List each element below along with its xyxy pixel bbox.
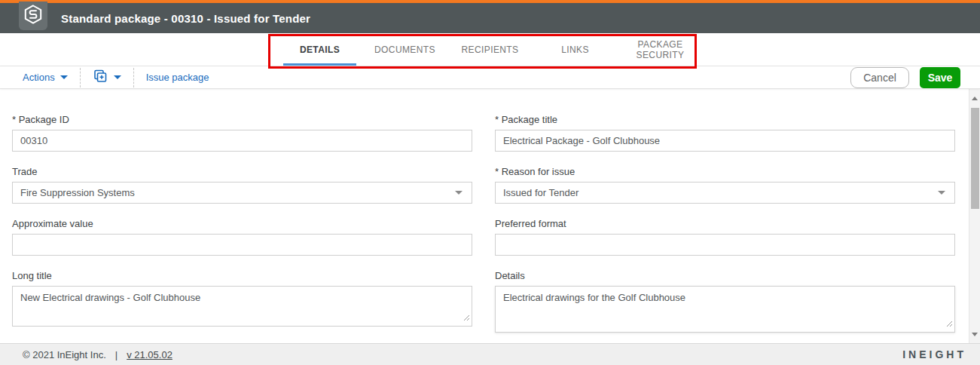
tab-package-security[interactable]: PACKAGE SECURITY [618,33,703,66]
details-form-panel: * Package ID * Package title Trade Fire … [0,89,980,343]
package-id-input[interactable] [12,130,472,152]
toolbar-left-group: Actions Issue package [23,66,209,88]
cancel-button[interactable]: Cancel [850,67,909,88]
active-tab-underline [283,63,356,66]
long-title-label: Long title [12,270,472,281]
toolbar-right-group: Cancel Save [850,67,960,88]
tab-strip: DETAILS DOCUMENTS RECIPIENTS LINKS PACKA… [277,33,703,66]
approximate-value-label: Approximate value [12,218,472,229]
trade-label: Trade [12,166,472,177]
field-preferred-format: Preferred format [495,218,955,256]
save-button[interactable]: Save [920,67,960,88]
field-package-id: * Package ID [12,114,472,152]
version-link[interactable]: v 21.05.02 [127,349,172,360]
vertical-scrollbar [969,89,980,343]
approximate-value-input[interactable] [12,234,472,256]
reason-for-issue-label: * Reason for issue [495,166,955,177]
details-label: Details [495,270,955,281]
package-title-input[interactable] [495,130,955,152]
caret-down-icon [60,75,68,79]
tab-bar: DETAILS DOCUMENTS RECIPIENTS LINKS PACKA… [0,33,980,66]
toolbar-divider [133,68,134,87]
copyright-text: © 2021 InEight Inc. [23,349,106,360]
reason-for-issue-dropdown-value: Issued for Tender [503,187,579,198]
toolbar-divider [80,68,81,87]
tab-details[interactable]: DETAILS [277,33,362,66]
reason-for-issue-dropdown[interactable]: Issued for Tender [495,182,955,204]
preferred-format-label: Preferred format [495,218,955,229]
footer-left-group: © 2021 InEight Inc. | v 21.05.02 [23,349,172,360]
scrollbar-up-button[interactable] [969,92,980,104]
field-details: Details Electrical drawings for the Golf… [495,270,955,333]
caret-down-icon [114,75,121,79]
field-package-title: * Package title [495,114,955,152]
triangle-down-icon [972,333,978,336]
caret-down-icon [938,191,945,195]
footer-separator: | [115,349,118,360]
ineight-wordmark-logo: INEIGHT [902,348,966,360]
tab-documents[interactable]: DOCUMENTS [362,33,447,66]
field-approximate-value: Approximate value [12,218,472,256]
trade-dropdown[interactable]: Fire Suppression Systems [12,182,472,204]
actions-menu-button[interactable]: Actions [23,72,68,83]
long-title-textarea[interactable]: New Electrical drawings - Golf Clubhouse [12,286,472,327]
form-grid: * Package ID * Package title Trade Fire … [0,89,980,347]
duplicate-plus-icon [93,69,108,87]
caret-down-icon [455,191,463,195]
details-textarea[interactable]: Electrical drawings for the Golf Clubhou… [495,286,955,333]
tab-recipients[interactable]: RECIPIENTS [447,33,533,66]
tab-links[interactable]: LINKS [533,33,618,66]
page-title: Standard package - 00310 - Issued for Te… [61,12,310,25]
scrollbar-thumb[interactable] [971,108,979,209]
preferred-format-input[interactable] [495,234,955,256]
trade-dropdown-value: Fire Suppression Systems [20,187,135,198]
app-logo-button[interactable] [19,2,47,30]
field-trade: Trade Fire Suppression Systems [12,166,472,204]
triangle-up-icon [972,97,978,100]
action-toolbar: Actions Issue package Cancel Save [0,66,980,89]
package-id-label: * Package ID [12,114,472,125]
field-reason-for-issue: * Reason for issue Issued for Tender [495,166,955,204]
duplicate-package-button[interactable] [93,69,121,87]
ineight-hexagon-logo-icon [23,5,43,27]
scrollbar-down-button[interactable] [969,328,980,340]
field-long-title: Long title New Electrical drawings - Gol… [12,270,472,333]
issue-package-button[interactable]: Issue package [146,72,209,83]
header-bar: Standard package - 00310 - Issued for Te… [0,3,980,33]
package-title-label: * Package title [495,114,955,125]
